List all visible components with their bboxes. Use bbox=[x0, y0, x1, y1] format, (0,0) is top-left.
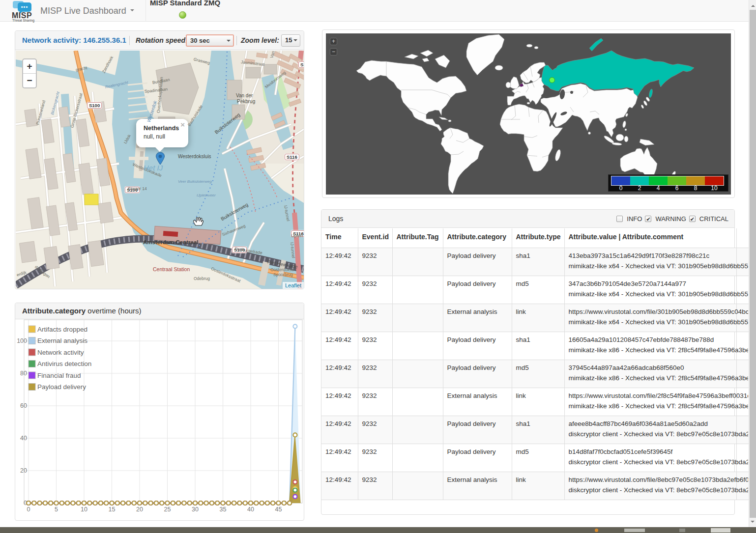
zmq-status-dot bbox=[179, 11, 186, 19]
attribute-category-chart[interactable]: 020406080100051015202530354045Artifacts … bbox=[15, 319, 304, 520]
logs-column-header: Attribute.type bbox=[512, 228, 564, 248]
logs-column-header: Attribute.Tag bbox=[392, 228, 443, 248]
scroll-up-icon[interactable] bbox=[751, 3, 755, 7]
log-cell: 12:49:42 bbox=[321, 332, 358, 360]
svg-text:45: 45 bbox=[275, 506, 282, 513]
street-label: IJplein bbox=[291, 233, 303, 238]
log-cell: link bbox=[512, 304, 564, 332]
log-cell: 12:49:42 bbox=[321, 304, 358, 332]
legend-tick: 10 bbox=[705, 185, 724, 192]
scrollbar-thumb[interactable] bbox=[750, 10, 756, 518]
log-value-cell: 37945c44a897aa42a66adcab68f560e0mimikatz… bbox=[564, 360, 736, 388]
logs-table-wrap: TimeEvent.idAttribute.TagAttribute.categ… bbox=[321, 228, 749, 515]
log-cell bbox=[392, 472, 443, 500]
select-arrow-icon bbox=[227, 40, 231, 44]
log-cell: sha1 bbox=[512, 248, 564, 276]
logo-bubble-front-icon: ••• bbox=[18, 2, 31, 12]
world-zoom-out-button[interactable]: − bbox=[330, 48, 337, 56]
legend-segment bbox=[649, 176, 668, 185]
world-zoom-in-button[interactable]: + bbox=[330, 38, 337, 45]
street-label: Centraal Station bbox=[153, 266, 190, 272]
world-map[interactable]: + − 0246810 bbox=[326, 33, 731, 195]
logs-title: Logs bbox=[328, 210, 343, 227]
log-cell: External analysis bbox=[443, 472, 512, 500]
network-activity-title[interactable]: Network activity: 146.255.36.1 bbox=[22, 31, 126, 50]
nav-dashboard-menu[interactable]: MISP Live Dashboard bbox=[40, 0, 134, 22]
map-marker-icon[interactable] bbox=[154, 152, 167, 165]
log-value-cell: https://www.virustotal.com/file/8ebc97e0… bbox=[564, 472, 736, 500]
log-cell: sha1 bbox=[512, 332, 564, 360]
map-popup-title: Netherlands bbox=[144, 125, 179, 132]
filter-label: WARNING bbox=[655, 210, 686, 228]
network-activity-panel: Network activity: 146.255.36.1 Rotation … bbox=[15, 30, 304, 289]
world-map-marker bbox=[550, 78, 555, 83]
map-zoom-in-button[interactable]: + bbox=[23, 59, 36, 74]
filter-checkbox-warning[interactable] bbox=[645, 216, 651, 222]
log-cell: sha1 bbox=[512, 416, 564, 444]
legend-tick: 2 bbox=[630, 185, 649, 192]
log-value-cell: 413eba3973a15c1a6429d9f170f3e8287f98c21c… bbox=[564, 248, 736, 276]
map-popup: Netherlands null, null × bbox=[136, 119, 188, 147]
filter-checkbox-info[interactable] bbox=[616, 216, 623, 222]
log-cell: Payload delivery bbox=[443, 276, 512, 304]
svg-text:20: 20 bbox=[20, 467, 27, 474]
log-cell: 12:49:42 bbox=[321, 416, 358, 444]
log-row: 12:49:429232Payload deliverysha1413eba39… bbox=[321, 248, 749, 276]
log-row: 12:49:429232Payload deliverymd537945c44a… bbox=[321, 360, 749, 388]
log-cell bbox=[392, 248, 443, 276]
log-cell: 9232 bbox=[358, 332, 392, 360]
log-cell: External analysis bbox=[443, 304, 512, 332]
misp-logo[interactable]: ••• MISP Threat Sharing bbox=[12, 0, 40, 22]
popup-tail bbox=[155, 147, 165, 152]
log-row: 12:49:429232External analysislinkhttps:/… bbox=[321, 304, 749, 332]
log-cell bbox=[392, 304, 443, 332]
log-cell: 12:49:42 bbox=[321, 360, 358, 388]
log-cell: 12:49:42 bbox=[321, 444, 358, 472]
header-separator bbox=[236, 36, 237, 45]
scroll-down-icon[interactable] bbox=[751, 521, 755, 525]
page-scrollbar[interactable] bbox=[749, 0, 756, 527]
network-activity-header: Network activity: 146.255.36.1 Rotation … bbox=[15, 31, 304, 50]
rotation-speed-select[interactable]: 30 sec bbox=[186, 34, 234, 47]
log-cell bbox=[392, 388, 443, 416]
log-value-cell: https://www.virustotal.com/file/301b905e… bbox=[564, 304, 736, 332]
log-cell: 12:49:42 bbox=[321, 388, 358, 416]
logs-table: TimeEvent.idAttribute.TagAttribute.categ… bbox=[321, 228, 749, 500]
log-cell: Payload delivery bbox=[443, 332, 512, 360]
popup-close-icon[interactable]: × bbox=[180, 120, 185, 129]
svg-text:Antivirus detection: Antivirus detection bbox=[37, 360, 91, 367]
street-label: IJpleinveer bbox=[197, 193, 216, 197]
log-cell: md5 bbox=[512, 276, 564, 304]
log-cell: Payload delivery bbox=[443, 416, 512, 444]
log-cell: 9232 bbox=[358, 304, 392, 332]
taskbar bbox=[0, 527, 756, 533]
zoom-level-select[interactable]: 15 bbox=[281, 34, 300, 47]
log-cell: link bbox=[512, 472, 564, 500]
svg-text:0: 0 bbox=[27, 506, 30, 513]
log-row: 12:49:429232Payload deliverymd5b14d8faf7… bbox=[321, 444, 749, 472]
street-label: Pekbrug bbox=[237, 99, 255, 104]
svg-text:30: 30 bbox=[192, 506, 199, 513]
log-cell: Payload delivery bbox=[443, 248, 512, 276]
svg-text:25: 25 bbox=[164, 506, 171, 513]
street-map[interactable]: Netherlands null, null × + − Leaflet S10… bbox=[16, 51, 304, 289]
log-cell: 12:49:42 bbox=[321, 248, 358, 276]
map-zoom-out-button[interactable]: − bbox=[23, 74, 36, 88]
logs-column-header: Event.id bbox=[358, 228, 392, 248]
svg-text:35: 35 bbox=[220, 506, 227, 513]
street-label: Spoorbrug bbox=[273, 272, 293, 277]
logs-header: Logs INFOWARNINGCRITICAL bbox=[321, 210, 734, 228]
street-label: Steiger 14 bbox=[128, 186, 147, 191]
street-label: S100 bbox=[87, 102, 102, 109]
legend-segment bbox=[668, 176, 686, 185]
legend-tick: 6 bbox=[668, 185, 686, 192]
filter-checkbox-critical[interactable] bbox=[689, 216, 696, 222]
logs-column-header: Time bbox=[321, 228, 358, 248]
log-cell bbox=[392, 332, 443, 360]
log-cell: Payload delivery bbox=[443, 444, 512, 472]
logs-column-header: Attribute.category bbox=[443, 228, 512, 248]
map-attribution[interactable]: Leaflet bbox=[283, 282, 304, 289]
svg-text:Network activity: Network activity bbox=[37, 349, 84, 356]
chart-header: Attribute.category overtime (hours) bbox=[15, 303, 304, 319]
log-value-cell: https://www.virustotal.com/file/2f8c54f9… bbox=[564, 388, 736, 416]
